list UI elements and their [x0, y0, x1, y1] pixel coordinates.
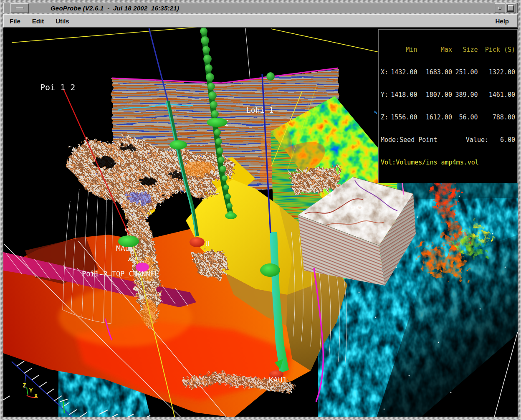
- axis-x-label: X: [34, 392, 38, 399]
- info-row-x: X: 1432.00 1683.00 251.00 1322.00: [381, 68, 515, 76]
- axis-z-label: Z: [23, 382, 26, 389]
- mode-label: Mode:: [381, 136, 400, 144]
- well-marker-maui-upper[interactable]: [207, 118, 228, 127]
- axis-y-label: Y: [29, 387, 33, 394]
- info-header-row: Min Max Size Pick (S): [381, 46, 515, 53]
- info-header-pick: Pick (S): [478, 46, 515, 53]
- label-well-kau1: KAU1: [269, 375, 287, 384]
- label-well-lohi-1: Lohi_1: [246, 106, 273, 114]
- value-label: Value:: [466, 136, 488, 144]
- geoprobe-window: GeoProbe (V2.6.1 - Jul 18 2002 16:35:21)…: [0, 0, 521, 420]
- probe-info-panel: Min Max Size Pick (S) X: 1432.00 1683.00…: [378, 29, 518, 183]
- label-partial-u: U: [205, 240, 210, 248]
- minimize-button[interactable]: [495, 3, 505, 13]
- info-header-max: Max: [417, 46, 452, 53]
- window-title: GeoProbe (V2.6.1 - Jul 18 2002 16:35:21): [51, 5, 179, 12]
- window-menu-dash-icon: [16, 7, 23, 9]
- well-marker-red-g2[interactable]: [190, 237, 205, 247]
- vol-value: Volumes/ins_amp4ms.vol: [396, 159, 479, 166]
- maximize-button[interactable]: [506, 3, 516, 13]
- well-marker-g1-bottom[interactable]: [225, 213, 237, 219]
- info-header-min: Min: [390, 46, 417, 53]
- menu-bar: File Edit Utils Help: [3, 14, 518, 28]
- menu-edit[interactable]: Edit: [26, 15, 50, 27]
- maximize-icon: [508, 5, 514, 11]
- info-row-mode: Mode:Seed Point Value: 6.00: [381, 136, 515, 144]
- value-amount: 6.00: [488, 136, 515, 144]
- well-marker-maui-mid[interactable]: [118, 235, 139, 247]
- info-row-volume: Vol:Volumes/ins_amp4ms.vol: [381, 159, 515, 166]
- menu-file[interactable]: File: [4, 15, 26, 27]
- mode-value: Seed Point: [400, 136, 437, 144]
- window-menu-button[interactable]: [10, 3, 29, 13]
- info-row-z: Z: 1556.00 1612.00 56.00 788.00: [381, 114, 515, 121]
- well-marker-kau1-mid[interactable]: [260, 263, 280, 277]
- info-header-size: Size: [452, 46, 478, 53]
- well-marker-g2[interactable]: [169, 140, 187, 149]
- menu-utils[interactable]: Utils: [50, 15, 75, 27]
- label-well-poi-1-2: Poi_1_2: [40, 82, 75, 92]
- info-row-y: Y: 1418.00 1807.00 389.00 1461.00: [381, 91, 515, 99]
- menu-help[interactable]: Help: [487, 15, 517, 27]
- vol-label: Vol:: [381, 159, 396, 166]
- label-horizon-top-channel: Poi1-2_TOP_CHANNEL: [82, 270, 159, 278]
- seed-point-sphere[interactable]: [266, 72, 275, 81]
- minimize-icon: [498, 7, 501, 10]
- window-titlebar[interactable]: GeoProbe (V2.6.1 - Jul 18 2002 16:35:21): [3, 3, 518, 13]
